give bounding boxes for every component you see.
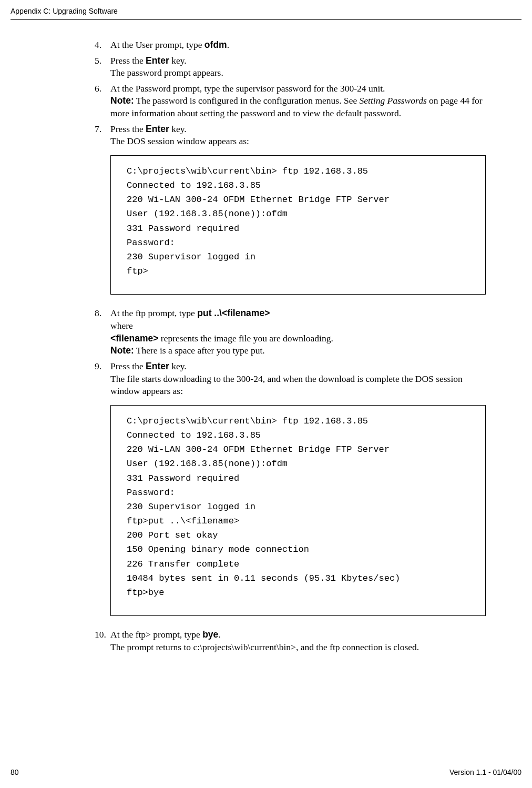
text: Press the — [110, 361, 146, 371]
command: ofdm — [204, 39, 227, 50]
text: Press the — [110, 124, 146, 134]
step-8: 8. At the ftp prompt, type put ..\<filen… — [95, 307, 486, 357]
code-block-1: C:\projects\wib\current\bin> ftp 192.168… — [110, 155, 486, 295]
line: <filename> represents the image file you… — [110, 332, 486, 345]
command: Enter — [146, 124, 169, 134]
text: key. — [169, 124, 187, 134]
step-body: At the ftp prompt, type put ..\<filename… — [110, 307, 486, 357]
step-7: 7. Press the Enter key. The DOS session … — [95, 123, 486, 305]
step-number: 6. — [95, 83, 110, 120]
line: Press the Enter key. — [110, 55, 486, 67]
line: The DOS session window appears as: — [110, 135, 486, 148]
text: key. — [169, 361, 187, 371]
note-label: Note: — [110, 95, 134, 106]
step-number: 10. — [95, 629, 110, 653]
line: Press the Enter key. — [110, 123, 486, 136]
text: At the User prompt, type — [110, 39, 204, 50]
page-footer: 80 Version 1.1 - 01/04/00 — [11, 767, 521, 777]
step-body: At the Password prompt, type the supervi… — [110, 83, 486, 120]
text: At the ftp> prompt, type — [110, 629, 202, 640]
step-number: 8. — [95, 307, 110, 357]
version-label: Version 1.1 - 01/04/00 — [449, 767, 521, 777]
step-number: 4. — [95, 39, 110, 52]
step-body: Press the Enter key. The DOS session win… — [110, 123, 486, 305]
step-4: 4. At the User prompt, type ofdm. — [95, 39, 486, 52]
step-9: 9. Press the Enter key. The file starts … — [95, 360, 486, 625]
step-body: At the ftp> prompt, type bye. The prompt… — [110, 629, 486, 653]
line: At the Password prompt, type the supervi… — [110, 83, 486, 95]
text: key. — [169, 55, 187, 66]
step-number: 7. — [95, 123, 110, 305]
step-body: Press the Enter key. The file starts dow… — [110, 360, 486, 625]
text: Press the — [110, 55, 146, 66]
command: put ..\<filename> — [197, 308, 270, 318]
step-6: 6. At the Password prompt, type the supe… — [95, 83, 486, 120]
step-body: Press the Enter key. The password prompt… — [110, 55, 486, 79]
step-number: 9. — [95, 360, 110, 625]
text: . — [218, 629, 220, 640]
note-line: Note: The password is configured in the … — [110, 95, 486, 119]
header-title: Appendix C: Upgrading Software — [11, 7, 118, 15]
link-text: Setting Passwords — [360, 95, 427, 106]
text: . — [227, 39, 229, 50]
code-block-2: C:\projects\wib\current\bin> ftp 192.168… — [110, 405, 486, 616]
filename-label: <filename> — [110, 333, 158, 344]
text: At the ftp prompt, type — [110, 308, 197, 318]
step-10: 10. At the ftp> prompt, type bye. The pr… — [95, 629, 486, 653]
line: The prompt returns to c:\projects\wib\cu… — [110, 641, 486, 654]
line: At the ftp> prompt, type bye. — [110, 629, 486, 641]
line: The file starts downloading to the 300-2… — [110, 373, 486, 398]
step-number: 5. — [95, 55, 110, 79]
step-body: At the User prompt, type ofdm. — [110, 39, 486, 52]
command: bye — [202, 629, 218, 640]
page-content: 4. At the User prompt, type ofdm. 5. Pre… — [0, 20, 532, 654]
page-header: Appendix C: Upgrading Software — [0, 0, 532, 19]
text: The password is configured in the config… — [134, 95, 360, 106]
page-number: 80 — [11, 767, 19, 777]
note-line: Note: There is a space after you type pu… — [110, 345, 486, 357]
step-5: 5. Press the Enter key. The password pro… — [95, 55, 486, 79]
line: Press the Enter key. — [110, 360, 486, 373]
text: represents the image file you are downlo… — [158, 333, 333, 344]
command: Enter — [146, 361, 169, 371]
text: There is a space after you type put. — [134, 345, 265, 356]
note-label: Note: — [110, 345, 134, 356]
command: Enter — [146, 55, 169, 66]
line: where — [110, 320, 486, 332]
line: The password prompt appears. — [110, 67, 486, 79]
line: At the ftp prompt, type put ..\<filename… — [110, 307, 486, 320]
